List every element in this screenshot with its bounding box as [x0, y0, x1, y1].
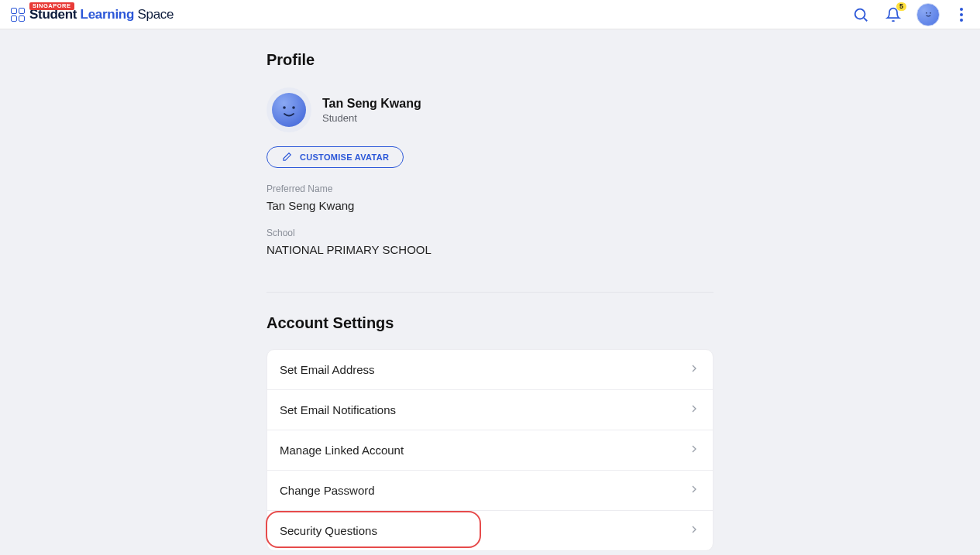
chevron-right-icon	[688, 523, 700, 538]
settings-row-label: Security Questions	[280, 524, 377, 537]
brand-badge: SINGAPORE	[29, 2, 74, 10]
settings-row-email-notifications[interactable]: Set Email Notifications	[267, 390, 713, 430]
brand-grid-icon	[11, 8, 25, 22]
svg-point-3	[930, 12, 931, 14]
account-settings-heading: Account Settings	[266, 314, 922, 332]
preferred-name-value: Tan Seng Kwang	[266, 199, 714, 212]
chevron-right-icon	[688, 483, 700, 498]
svg-point-0	[855, 9, 865, 19]
brand-logo[interactable]: SINGAPORE Student Learning Space	[11, 8, 174, 22]
chevron-right-icon	[688, 443, 700, 457]
section-divider	[266, 292, 714, 293]
brand-space: Space	[137, 7, 174, 22]
settings-row-label: Set Email Address	[280, 363, 375, 376]
settings-row-label: Change Password	[280, 484, 375, 497]
profile-role: Student	[322, 112, 421, 124]
settings-row-email-address[interactable]: Set Email Address	[267, 350, 713, 390]
svg-point-5	[292, 106, 295, 109]
svg-point-2	[926, 12, 927, 14]
account-settings-card: Set Email Address Set Email Notification…	[266, 349, 714, 551]
customise-avatar-button[interactable]: CUSTOMISE AVATAR	[266, 146, 404, 168]
search-icon[interactable]	[851, 5, 870, 24]
top-bar: SINGAPORE Student Learning Space 5	[0, 0, 980, 29]
settings-row-change-password[interactable]: Change Password	[267, 471, 713, 511]
profile-header: Tan Seng Kwang Student	[266, 87, 714, 132]
pencil-icon	[281, 152, 292, 163]
svg-point-4	[283, 106, 286, 109]
settings-row-security-questions[interactable]: Security Questions	[267, 511, 713, 550]
avatar-menu[interactable]	[916, 3, 940, 26]
profile-block: Tan Seng Kwang Student CUSTOMISE AVATAR …	[266, 87, 714, 256]
notification-badge: 5	[896, 2, 906, 11]
page-content: Profile Tan Seng Kwang Student CUSTOMISE…	[58, 51, 922, 555]
brand-learning: Learning	[81, 7, 134, 22]
brand-text: SINGAPORE Student Learning Space	[29, 8, 174, 21]
customise-avatar-label: CUSTOMISE AVATAR	[300, 152, 389, 162]
settings-row-label: Set Email Notifications	[280, 403, 396, 416]
chevron-right-icon	[688, 362, 700, 377]
topbar-actions: 5	[851, 3, 969, 26]
svg-line-1	[864, 18, 867, 21]
school-value: NATIONAL PRIMARY SCHOOL	[266, 243, 714, 256]
profile-name: Tan Seng Kwang	[322, 97, 421, 111]
school-label: School	[266, 228, 714, 238]
avatar	[266, 87, 311, 132]
profile-heading: Profile	[266, 51, 922, 69]
settings-row-label: Manage Linked Account	[280, 444, 404, 457]
notifications-icon[interactable]: 5	[884, 5, 903, 24]
settings-row-linked-account[interactable]: Manage Linked Account	[267, 430, 713, 471]
chevron-right-icon	[688, 403, 700, 417]
kebab-menu-icon[interactable]	[954, 8, 969, 22]
preferred-name-label: Preferred Name	[266, 183, 714, 194]
